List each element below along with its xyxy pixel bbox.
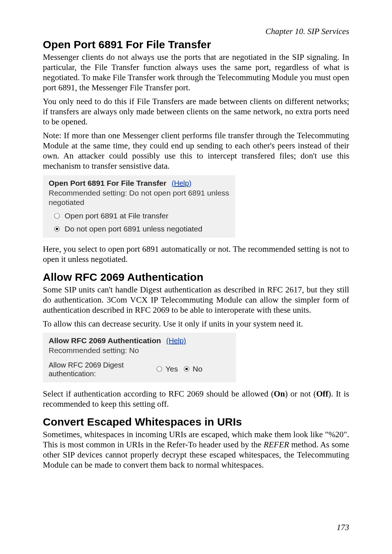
paragraph: Sometimes, whitespaces in incoming URIs … — [43, 430, 349, 470]
rfc2069-card: Allow RFC 2069 Authentication (Help) Rec… — [43, 333, 236, 382]
paragraph: Messenger clients do not always use the … — [43, 52, 349, 93]
recommended-setting-text: Recommended setting: No — [49, 346, 232, 355]
page-number: 173 — [337, 523, 350, 532]
radio-checked-icon — [54, 226, 60, 232]
section-title-open-port: Open Port 6891 For File Transfer — [43, 38, 349, 51]
recommended-setting-text: Recommended setting: Do not open port 68… — [49, 188, 232, 208]
radio-label: Open port 6891 at File transfer — [65, 212, 168, 220]
radio-option-negotiated[interactable]: Do not open port 6891 unless negotiated — [54, 225, 232, 233]
radio-label: Do not open port 6891 unless negotiated — [65, 225, 202, 233]
section-title-convert-whitespaces: Convert Escaped Whitespaces in URIs — [43, 416, 349, 428]
paragraph: You only need to do this if File Transfe… — [43, 97, 349, 127]
radio-label: No — [193, 365, 203, 373]
radio-option-no[interactable]: No — [183, 365, 203, 373]
paragraph: Some SIP units can't handle Digest authe… — [43, 285, 349, 315]
open-port-card: Open Port 6891 For File Transfer (Help) … — [43, 175, 235, 238]
radio-unchecked-icon — [54, 213, 60, 219]
radio-unchecked-icon — [156, 366, 163, 372]
card-title: Allow RFC 2069 Authentication — [49, 336, 161, 345]
radio-checked-icon — [183, 366, 190, 372]
svg-point-3 — [157, 366, 162, 372]
radio-option-open-port[interactable]: Open port 6891 at File transfer — [54, 212, 232, 220]
field-label: Allow RFC 2069 Digest authentication: — [49, 361, 136, 378]
help-link[interactable]: (Help) — [172, 179, 191, 187]
paragraph: Note: If more than one Messenger client … — [43, 131, 349, 171]
paragraph: Here, you select to open port 6891 autom… — [43, 244, 349, 264]
paragraph: Select if authentication according to RF… — [43, 389, 349, 409]
help-link[interactable]: (Help) — [166, 337, 186, 345]
radio-label: Yes — [166, 365, 178, 373]
svg-point-5 — [185, 368, 188, 370]
svg-point-2 — [56, 228, 58, 230]
document-page: Chapter 10. SIP Services Open Port 6891 … — [0, 0, 392, 554]
paragraph: To allow this can decrease security. Use… — [43, 319, 349, 329]
card-title: Open Port 6891 For File Transfer — [49, 179, 166, 187]
section-title-rfc2069: Allow RFC 2069 Authentication — [43, 271, 349, 283]
radio-option-yes[interactable]: Yes — [156, 365, 178, 373]
chapter-header: Chapter 10. SIP Services — [43, 27, 349, 36]
